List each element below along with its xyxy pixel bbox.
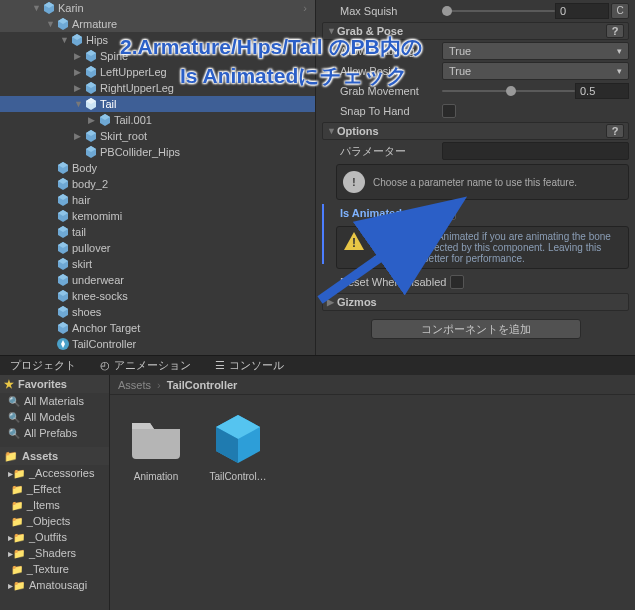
- prefab-icon: [210, 409, 266, 465]
- asset-animation-folder[interactable]: Animation: [124, 409, 188, 482]
- help-button[interactable]: ?: [606, 24, 624, 38]
- foldout-icon[interactable]: ▶: [327, 297, 337, 307]
- reset-when-disabled-row: Reset When Disabled: [322, 273, 629, 291]
- grab-pose-header[interactable]: ▼ Grab & Pose ?: [322, 22, 629, 40]
- all-materials[interactable]: 🔍All Materials: [0, 393, 109, 409]
- hierarchy-item-kemomimi[interactable]: kemomimi: [0, 208, 315, 224]
- folder-items[interactable]: 📁_Items: [0, 497, 109, 513]
- assets-header[interactable]: 📁Assets: [0, 447, 109, 465]
- hierarchy-item-hair[interactable]: hair: [0, 192, 315, 208]
- curve-button[interactable]: C: [611, 3, 629, 19]
- options-header[interactable]: ▼ Options ?: [322, 122, 629, 140]
- hierarchy-item-hips[interactable]: ▼ Hips: [0, 32, 315, 48]
- prefab-icon: [56, 321, 70, 335]
- search-icon: 🔍: [8, 428, 20, 439]
- hierarchy-item-rightupperleg[interactable]: ▶ RightUpperLeg: [0, 80, 315, 96]
- clock-icon: ◴: [100, 359, 110, 372]
- foldout-icon[interactable]: ▼: [327, 126, 337, 136]
- folder-amatousagi[interactable]: ▸📁Amatousagi: [0, 577, 109, 593]
- item-label: Skirt_root: [100, 130, 147, 142]
- foldout-icon[interactable]: ▶: [74, 51, 84, 61]
- grab-movement-field[interactable]: [575, 83, 629, 99]
- folder-icon: 📁: [4, 450, 18, 463]
- tab-console[interactable]: ☰コンソール: [209, 356, 290, 375]
- addon-icon: [56, 337, 70, 351]
- gizmos-header[interactable]: ▶ Gizmos: [322, 293, 629, 311]
- foldout-icon[interactable]: ▼: [327, 26, 337, 36]
- chevron-right-icon[interactable]: ›: [303, 2, 307, 14]
- info-icon: !: [343, 171, 365, 193]
- foldout-icon[interactable]: ▶: [74, 83, 84, 93]
- hierarchy-item-armature[interactable]: ▼ Armature: [0, 16, 315, 32]
- hierarchy-item-tail[interactable]: ▼ Tail: [0, 96, 315, 112]
- hierarchy-item-tail001[interactable]: ▶ Tail.001: [0, 112, 315, 128]
- folder-objects[interactable]: 📁_Objects: [0, 513, 109, 529]
- foldout-icon[interactable]: ▶: [88, 115, 98, 125]
- all-models[interactable]: 🔍All Models: [0, 409, 109, 425]
- item-label: skirt: [72, 258, 92, 270]
- project-panel: ★Favorites 🔍All Materials 🔍All Models 🔍A…: [0, 375, 635, 610]
- prefab-icon: [84, 129, 98, 143]
- hierarchy-item-tailcontroller[interactable]: TailController: [0, 336, 315, 352]
- hierarchy-item-kneesocks[interactable]: knee-socks: [0, 288, 315, 304]
- item-label: shoes: [72, 306, 101, 318]
- hierarchy-item-body[interactable]: Body: [0, 160, 315, 176]
- hierarchy-item-body2[interactable]: body_2: [0, 176, 315, 192]
- reset-when-disabled-checkbox[interactable]: [450, 275, 464, 289]
- hierarchy-item-anchortarget[interactable]: Anchor Target: [0, 320, 315, 336]
- parameter-field[interactable]: [442, 142, 629, 160]
- add-component-button[interactable]: コンポーネントを追加: [371, 319, 581, 339]
- item-label: kemomimi: [72, 210, 122, 222]
- folder-effect[interactable]: 📁_Effect: [0, 481, 109, 497]
- header-label: Gizmos: [337, 296, 377, 308]
- item-label: Anchor Target: [72, 322, 140, 334]
- breadcrumb-assets[interactable]: Assets: [118, 379, 151, 391]
- is-animated-checkbox[interactable]: [442, 206, 456, 220]
- list-icon: ☰: [215, 359, 225, 372]
- grab-movement-label: Grab Movement: [322, 85, 442, 97]
- folder-icon: 📁: [8, 500, 23, 511]
- prefab-icon: [56, 257, 70, 271]
- hierarchy-item-pbcollider[interactable]: PBCollider_Hips: [0, 144, 315, 160]
- folder-texture[interactable]: 📁_Texture: [0, 561, 109, 577]
- foldout-icon[interactable]: ▶: [74, 67, 84, 77]
- favorites-header[interactable]: ★Favorites: [0, 375, 109, 393]
- hierarchy-item-karin[interactable]: ▼ Karin ›: [0, 0, 315, 16]
- tab-animation[interactable]: ◴アニメーション: [94, 356, 197, 375]
- max-squish-slider[interactable]: [442, 10, 555, 12]
- foldout-icon[interactable]: ▼: [46, 19, 56, 29]
- hierarchy-item-pullover[interactable]: pullover: [0, 240, 315, 256]
- hierarchy-item-leftupperleg[interactable]: ▶ LeftUpperLeg: [0, 64, 315, 80]
- header-label: Grab & Pose: [337, 25, 403, 37]
- folder-icon: 📁: [8, 516, 23, 527]
- foldout-icon[interactable]: ▼: [74, 99, 84, 109]
- folder-shaders[interactable]: ▸📁_Shaders: [0, 545, 109, 561]
- allow-pose-dropdown[interactable]: True: [442, 62, 629, 80]
- hierarchy-item-skirtroot[interactable]: ▶ Skirt_root: [0, 128, 315, 144]
- folder-icon: [128, 409, 184, 465]
- foldout-icon[interactable]: ▼: [60, 35, 70, 45]
- foldout-icon[interactable]: ▶: [74, 131, 84, 141]
- max-squish-field[interactable]: [555, 3, 609, 19]
- asset-tailcontroller[interactable]: TailControl…: [206, 409, 270, 482]
- folder-accessories[interactable]: ▸📁_Accessories: [0, 465, 109, 481]
- item-label: TailController: [72, 338, 136, 350]
- hierarchy-item-spine[interactable]: ▶ Spine: [0, 48, 315, 64]
- hierarchy-item-underwear[interactable]: underwear: [0, 272, 315, 288]
- search-icon: 🔍: [8, 396, 20, 407]
- help-button[interactable]: ?: [606, 124, 624, 138]
- allow-grab-dropdown[interactable]: True: [442, 42, 629, 60]
- foldout-icon[interactable]: ▼: [32, 3, 42, 13]
- tab-project[interactable]: プロジェクト: [4, 356, 82, 375]
- hierarchy-item-skirt[interactable]: skirt: [0, 256, 315, 272]
- snap-to-hand-checkbox[interactable]: [442, 104, 456, 118]
- prefab-icon: [56, 161, 70, 175]
- breadcrumb-current[interactable]: TailController: [167, 379, 238, 391]
- grab-movement-slider[interactable]: [442, 90, 575, 92]
- max-squish-label: Max Squish: [322, 5, 442, 17]
- hierarchy-item-shoes[interactable]: shoes: [0, 304, 315, 320]
- warning-box: ! Only enable IsAnimated if you are anim…: [336, 226, 629, 269]
- folder-outfits[interactable]: ▸📁_Outfits: [0, 529, 109, 545]
- hierarchy-item-tailobj[interactable]: tail: [0, 224, 315, 240]
- all-prefabs[interactable]: 🔍All Prefabs: [0, 425, 109, 441]
